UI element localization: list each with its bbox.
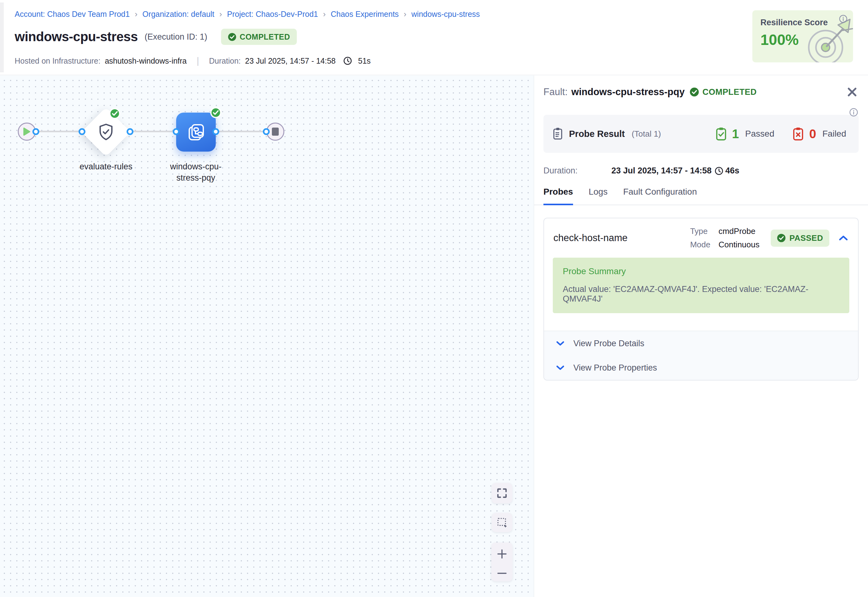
breadcrumb-separator: ›: [404, 9, 407, 19]
chevron-up-icon: [839, 235, 848, 241]
fault-details-panel: Fault: windows-cpu-stress-pqy COMPLETED: [534, 76, 868, 597]
failed-count-group: 0 Failed: [792, 127, 846, 141]
fault-tabs: Probes Logs Fault Configuration: [534, 187, 868, 205]
breadcrumb-separator: ›: [323, 9, 326, 19]
collapsed-sidebar-edge: [0, 3, 4, 72]
fault-duration-label: Duration:: [544, 166, 612, 175]
probe-summary: Probe Summary Actual value: 'EC2AMAZ-QMV…: [553, 258, 849, 313]
node-label-evaluate-rules: evaluate-rules: [72, 161, 140, 172]
collapse-probe-button[interactable]: [839, 235, 848, 241]
breadcrumb: Account: Chaos Dev Team Prod1 › Organiza…: [15, 9, 480, 19]
node-evaluate-rules[interactable]: [81, 107, 130, 157]
breadcrumb-separator: ›: [135, 9, 138, 19]
close-panel-button[interactable]: [846, 85, 859, 98]
probe-result-summary: Probe Result (Total 1) 1 Passed: [544, 115, 859, 153]
probe-summary-text: Actual value: 'EC2AMAZ-QMVAF4J'. Expecte…: [563, 284, 839, 304]
page-header: Account: Chaos Dev Team Prod1 › Organiza…: [0, 0, 868, 75]
probe-summary-title: Probe Summary: [563, 266, 839, 276]
connector-port: [127, 128, 133, 135]
chaos-fault-icon: [186, 122, 206, 143]
probe-expanders: View Probe Details View Probe Properties: [544, 331, 858, 380]
execution-id: (Execution ID: 1): [145, 32, 207, 42]
zoom-in-icon[interactable]: [497, 549, 507, 559]
marquee-select-button[interactable]: [492, 513, 512, 532]
tab-probes[interactable]: Probes: [544, 187, 573, 205]
marquee-select-icon: [496, 517, 508, 528]
clipboard-check-icon: [715, 127, 728, 141]
view-probe-details-toggle[interactable]: View Probe Details: [544, 331, 858, 356]
connector-port: [79, 128, 86, 135]
clock-icon: [343, 56, 352, 65]
breadcrumb-organization[interactable]: Organization: default: [142, 10, 215, 19]
meta-divider: |: [197, 55, 199, 66]
info-icon[interactable]: [839, 15, 847, 24]
hosted-label: Hosted on Infrastructure:: [15, 56, 101, 65]
connector-port: [212, 128, 219, 135]
page-title: windows-cpu-stress: [15, 29, 138, 44]
fault-duration-value: 23 Jul 2025, 14:57 - 14:58: [612, 166, 711, 175]
probe-card: check-host-name TypecmdProbe ModeContinu…: [544, 218, 859, 380]
zoom-controls: [491, 542, 513, 581]
fault-duration-elapsed: 46s: [725, 166, 739, 175]
probe-result-total: (Total 1): [632, 129, 661, 139]
probe-name: check-host-name: [553, 232, 628, 244]
pipeline-edge: [27, 131, 275, 132]
probe-result-title: Probe Result: [569, 129, 625, 139]
breadcrumb-chaos-experiments[interactable]: Chaos Experiments: [331, 10, 399, 19]
duration-elapsed: 51s: [358, 56, 371, 65]
connector-port: [263, 128, 270, 135]
duration-value: 23 Jul 2025, 14:57 - 14:58: [245, 56, 336, 65]
fault-label: Fault:: [544, 86, 568, 98]
duration-label: Duration:: [209, 56, 241, 65]
tab-fault-configuration[interactable]: Fault Configuration: [623, 187, 697, 205]
play-icon: [23, 127, 31, 136]
clock-icon: [715, 166, 723, 175]
shield-check-icon: [97, 123, 116, 141]
check-circle-icon: [690, 87, 699, 97]
resilience-score-title: Resilience Score: [760, 18, 845, 27]
info-icon[interactable]: [849, 108, 858, 118]
pipeline-canvas[interactable]: evaluate-rules windows-cpu-stress-pqy: [0, 76, 534, 597]
fullscreen-button[interactable]: [492, 483, 512, 503]
stop-icon: [272, 128, 279, 136]
resilience-score-value: 100%: [760, 31, 845, 48]
node-label-windows-cpu-stress-pqy: windows-cpu-stress-pqy: [161, 161, 230, 183]
breadcrumb-account[interactable]: Account: Chaos Dev Team Prod1: [15, 10, 130, 19]
breadcrumb-separator: ›: [219, 9, 222, 19]
view-probe-properties-toggle[interactable]: View Probe Properties: [544, 356, 858, 380]
run-meta: Hosted on Infrastructure: ashutosh-windo…: [15, 55, 371, 66]
tab-logs[interactable]: Logs: [589, 187, 608, 205]
check-circle-icon: [228, 33, 236, 41]
fault-duration-row: Duration: 23 Jul 2025, 14:57 - 14:58 46s: [544, 166, 859, 175]
chevron-down-icon: [556, 365, 564, 371]
check-circle-icon: [777, 234, 786, 242]
chevron-down-icon: [556, 340, 564, 346]
zoom-out-icon[interactable]: [497, 572, 507, 575]
clipboard-icon: [551, 127, 564, 141]
fault-status: COMPLETED: [690, 87, 757, 97]
close-icon: [847, 87, 858, 97]
clipboard-x-icon: [792, 127, 805, 141]
fault-name: windows-cpu-stress-pqy: [572, 86, 685, 98]
hosted-value: ashutosh-windows-infra: [105, 56, 187, 65]
chaos-experiment-run-page: Account: Chaos Dev Team Prod1 › Organiza…: [0, 0, 868, 597]
experiment-status-badge: COMPLETED: [221, 29, 297, 45]
connector-port: [33, 128, 39, 135]
resilience-score-card: Resilience Score 100%: [752, 10, 853, 62]
success-badge-icon: [109, 108, 121, 119]
breadcrumb-current[interactable]: windows-cpu-stress: [412, 10, 480, 19]
success-badge-icon: [210, 107, 222, 119]
passed-count-group: 1 Passed: [715, 127, 775, 141]
fullscreen-icon: [496, 487, 508, 499]
probe-status-badge: PASSED: [771, 230, 829, 247]
breadcrumb-project[interactable]: Project: Chaos-Dev-Prod1: [227, 10, 318, 19]
probe-meta: TypecmdProbe ModeContinuous: [690, 226, 760, 249]
connector-port: [173, 128, 179, 135]
